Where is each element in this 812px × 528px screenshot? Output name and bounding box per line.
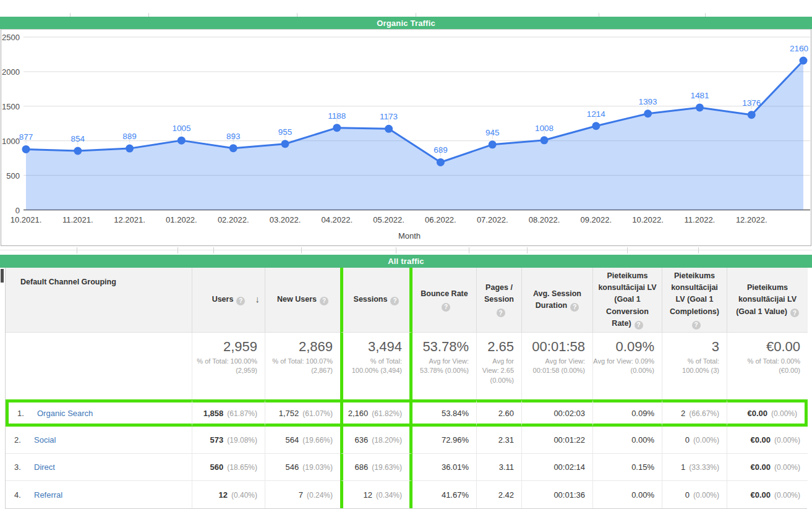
help-icon[interactable]: ? <box>320 297 328 305</box>
x-tick-label: 05.2022. <box>373 215 404 224</box>
x-tick-label: 12.2022. <box>736 215 767 224</box>
chart-point-label: 893 <box>226 132 241 141</box>
table-panel-header: All traffic <box>0 255 812 268</box>
chart-point[interactable] <box>800 57 808 65</box>
summary-sessions: 3,494% of Total: 100.00% (3,494) <box>340 333 412 399</box>
x-tick-label: 04.2022. <box>321 215 353 224</box>
column-header-new-users[interactable]: New Users? <box>265 268 340 333</box>
help-icon[interactable]: ? <box>635 321 643 330</box>
channel-link[interactable]: Referral <box>34 490 62 500</box>
chart-point-label: 1188 <box>328 111 346 121</box>
x-tick-label: 07.2022. <box>477 215 508 224</box>
scroll-handle[interactable] <box>1 269 4 283</box>
column-header-sessions[interactable]: Sessions? <box>340 268 412 333</box>
summary-new-users: 2,869% of Total: 100.07% (2,867) <box>265 333 340 399</box>
chart-point-label: 1481 <box>690 91 709 100</box>
column-header-goal-value[interactable]: Pieteikums konsultācijai LV (Goal 1 Valu… <box>727 268 808 333</box>
column-header-channel-grouping[interactable]: Default Channel Grouping <box>6 268 192 333</box>
summary-pages-session: 2.65Avg for View: 2.65 (0.00%) <box>477 333 522 399</box>
x-tick-label: 10.2021. <box>11 215 42 224</box>
chart-point[interactable] <box>22 145 30 153</box>
y-tick-label: 1500 <box>2 102 20 111</box>
column-header-avg-session-duration[interactable]: Avg. Session Duration? <box>522 268 593 333</box>
chart-panel-header: Organic Traffic <box>0 17 812 29</box>
sort-descending-icon[interactable]: ↓ <box>255 292 260 306</box>
chart-point[interactable] <box>281 140 289 148</box>
help-icon[interactable]: ? <box>790 309 799 317</box>
chart-point[interactable] <box>696 103 704 111</box>
chart-point[interactable] <box>385 125 393 133</box>
chart-point-label: 854 <box>71 134 85 143</box>
all-traffic-table-container: Default Channel Grouping Users? ↓ New Us… <box>5 268 807 509</box>
column-header-bounce-rate[interactable]: Bounce Rate? <box>412 268 477 333</box>
table-row-referral: 4.Referral 12(0.40%) 7(0.24%) 12(0.34%) … <box>6 481 808 508</box>
channel-link[interactable]: Organic Search <box>37 409 93 418</box>
summary-row: 2,959% of Total: 100.00% (2,959) 2,869% … <box>6 333 808 399</box>
chart-point-label: 1376 <box>742 98 761 108</box>
chart-point-label: 1005 <box>172 124 190 133</box>
column-header-pages-session[interactable]: Pages / Session? <box>477 268 522 333</box>
gap-strip <box>0 246 812 255</box>
channel-link[interactable]: Social <box>34 435 56 445</box>
table-row-social: 2.Social 573(19.08%) 564(19.66%) 636(18.… <box>6 427 808 454</box>
column-header-users[interactable]: Users? ↓ <box>192 268 265 333</box>
summary-goal-value: €0.00% of Total: 0.00% (€0.00) <box>727 333 808 399</box>
help-icon[interactable]: ? <box>692 321 701 330</box>
chart-point-label: 877 <box>19 132 33 142</box>
chart-point-label: 1214 <box>587 109 606 119</box>
all-traffic-table: Default Channel Grouping Users? ↓ New Us… <box>6 268 808 508</box>
x-tick-label: 09.2022. <box>580 215 612 224</box>
chart-point-label: 689 <box>434 145 448 155</box>
column-header-goal-conversion-rate[interactable]: Pieteikums konsultācijai LV (Goal 1 Conv… <box>593 268 662 333</box>
x-tick-label: 10.2022. <box>632 215 664 224</box>
x-tick-label: 11.2021. <box>62 215 93 224</box>
summary-avg-duration: 00:01:58Avg for View: 00:01:58 (0.00%) <box>522 333 593 399</box>
column-header-goal-completions[interactable]: Pieteikums konsultācijai LV (Goal 1 Comp… <box>662 268 727 333</box>
help-icon[interactable]: ? <box>570 303 579 312</box>
chart-point-label: 1008 <box>535 124 553 133</box>
channel-link[interactable]: Direct <box>34 462 55 472</box>
table-panel-title: All traffic <box>388 257 424 266</box>
chart-point[interactable] <box>644 109 652 117</box>
y-tick-label: 1000 <box>2 137 20 146</box>
y-tick-label: 0 <box>15 206 20 215</box>
x-axis-title: Month <box>398 231 421 241</box>
summary-conversion-rate: 0.09%Avg for View: 0.09% (0.00%) <box>593 333 662 399</box>
chart-point-label: 945 <box>485 128 500 137</box>
chart-point[interactable] <box>74 147 82 155</box>
help-icon[interactable]: ? <box>497 309 505 317</box>
y-tick-label: 500 <box>6 171 20 181</box>
chart-point-label: 955 <box>278 127 293 137</box>
summary-bounce-rate: 53.78%Avg for View: 53.78% (0.00%) <box>412 333 477 399</box>
x-tick-label: 02.2022. <box>218 215 249 224</box>
chart-point[interactable] <box>126 145 134 153</box>
summary-users: 2,959% of Total: 100.00% (2,959) <box>192 333 265 399</box>
chart-point[interactable] <box>229 144 237 152</box>
help-icon[interactable]: ? <box>442 303 450 312</box>
table-row-direct: 3.Direct 560(18.65%) 546(19.03%) 686(19.… <box>6 454 808 481</box>
chart-point-label: 2160 <box>790 44 808 53</box>
traffic-area-chart: 0500100015002000250087710.2021.85411.202… <box>1 30 811 245</box>
help-icon[interactable]: ? <box>236 297 245 305</box>
chart-panel-title: Organic Traffic <box>377 19 435 28</box>
table-row-organic-search: 1.Organic Search 1,858(61.87%) 1,752(61.… <box>6 399 808 427</box>
chart-point[interactable] <box>177 137 186 145</box>
chart-point[interactable] <box>592 122 600 130</box>
chart-point-label: 1393 <box>639 97 657 106</box>
x-tick-label: 06.2022. <box>425 215 456 224</box>
x-tick-label: 11.2022. <box>685 215 716 224</box>
chart-point[interactable] <box>541 136 549 144</box>
help-icon[interactable]: ? <box>390 297 399 305</box>
x-tick-label: 01.2022. <box>166 215 197 224</box>
organic-traffic-chart: 0500100015002000250087710.2021.85411.202… <box>1 29 811 246</box>
chart-point[interactable] <box>333 124 341 132</box>
chart-point[interactable] <box>748 111 756 119</box>
y-tick-label: 2000 <box>2 67 20 77</box>
summary-completions: 3% of Total: 100.00% (3) <box>662 333 727 399</box>
top-strip <box>0 0 812 17</box>
chart-point[interactable] <box>437 158 445 166</box>
chart-point-label: 889 <box>122 132 137 141</box>
chart-point-label: 1173 <box>380 112 398 121</box>
x-tick-label: 08.2022. <box>529 215 560 224</box>
chart-point[interactable] <box>489 140 497 148</box>
